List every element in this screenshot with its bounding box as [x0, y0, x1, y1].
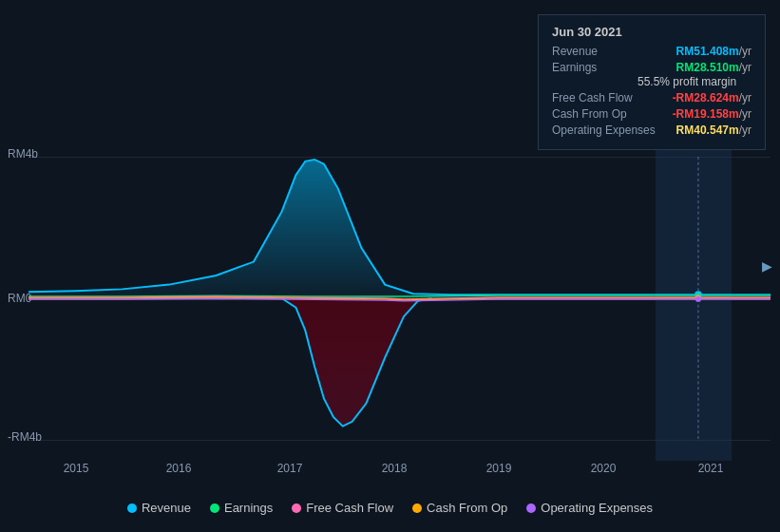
x-label-2016: 2016	[166, 462, 192, 475]
legend-earnings: Earnings	[210, 501, 273, 515]
tooltip-fcf-label: Free Cash Flow	[552, 91, 633, 104]
tooltip-profit-margin: 55.5% profit margin	[637, 75, 751, 88]
tooltip-cfo-label: Cash From Op	[552, 107, 627, 121]
legend-label-fcf: Free Cash Flow	[306, 501, 393, 515]
legend-dot-fcf	[292, 504, 301, 513]
legend-dot-revenue	[127, 504, 137, 513]
tooltip-revenue-label: Revenue	[552, 45, 598, 58]
tooltip-box: Jun 30 2021 Revenue RM51.408m/yr Earning…	[538, 14, 766, 150]
tooltip-earnings-label: Earnings	[552, 61, 597, 74]
x-label-2019: 2019	[486, 462, 512, 475]
x-label-2020: 2020	[591, 462, 617, 475]
svg-point-6	[695, 296, 701, 302]
tooltip-revenue-row: Revenue RM51.408m/yr	[552, 45, 751, 58]
legend-revenue: Revenue	[127, 501, 191, 515]
tooltip-revenue-value: RM51.408m/yr	[676, 45, 751, 58]
tooltip-opex-row: Operating Expenses RM40.547m/yr	[552, 124, 751, 137]
x-label-2015: 2015	[64, 462, 89, 475]
tooltip-date: Jun 30 2021	[552, 25, 751, 39]
legend-label-revenue: Revenue	[142, 501, 191, 515]
legend-label-opex: Operating Expenses	[541, 501, 653, 515]
x-label-2017: 2017	[277, 462, 303, 475]
legend-cfo: Cash From Op	[412, 501, 507, 515]
tooltip-cfo-row: Cash From Op -RM19.158m/yr	[552, 107, 751, 121]
legend-opex: Operating Expenses	[526, 501, 653, 515]
chart-svg	[29, 157, 770, 440]
chart-legend: Revenue Earnings Free Cash Flow Cash Fro…	[0, 501, 780, 515]
x-label-2018: 2018	[382, 462, 408, 475]
tooltip-earnings-value: RM28.510m/yr	[676, 61, 751, 74]
tooltip-cfo-value: -RM19.158m/yr	[673, 107, 751, 121]
legend-label-cfo: Cash From Op	[427, 501, 507, 515]
x-label-2021: 2021	[698, 462, 724, 475]
legend-dot-cfo	[412, 504, 422, 513]
tooltip-opex-label: Operating Expenses	[552, 124, 656, 137]
legend-label-earnings: Earnings	[224, 501, 273, 515]
tooltip-opex-value: RM40.547m/yr	[676, 124, 751, 137]
legend-dot-opex	[526, 504, 536, 513]
legend-dot-earnings	[210, 504, 219, 513]
chart-container: Jun 30 2021 Revenue RM51.408m/yr Earning…	[0, 0, 780, 532]
tooltip-earnings-row: Earnings RM28.510m/yr	[552, 61, 751, 74]
tooltip-fcf-value: -RM28.624m/yr	[673, 91, 751, 104]
tooltip-fcf-row: Free Cash Flow -RM28.624m/yr	[552, 91, 751, 104]
legend-fcf: Free Cash Flow	[292, 501, 393, 515]
